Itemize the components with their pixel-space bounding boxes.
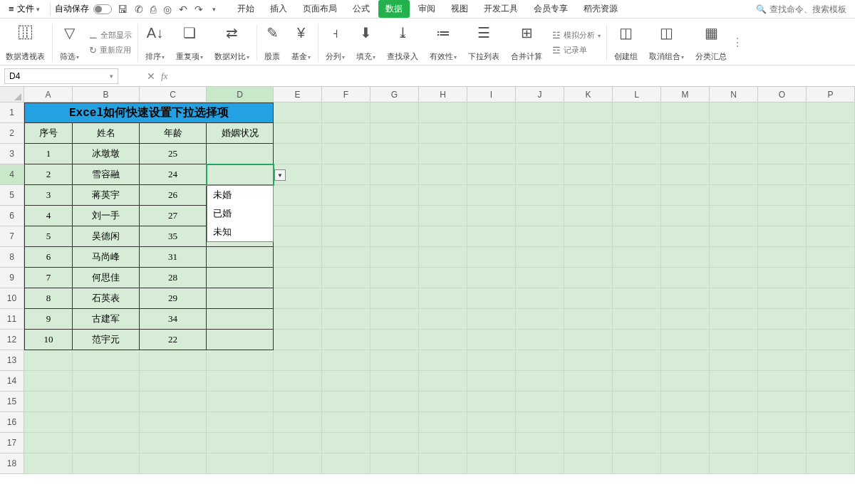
cell-N16[interactable]: [710, 412, 758, 433]
cell-D18[interactable]: [207, 453, 274, 474]
cell-P4[interactable]: [807, 164, 855, 185]
cell-H17[interactable]: [419, 433, 467, 453]
cell-I18[interactable]: [467, 453, 516, 474]
cell-G1[interactable]: [370, 103, 419, 123]
cell-L8[interactable]: [613, 247, 661, 268]
cell-G5[interactable]: [370, 185, 419, 206]
col-header-N[interactable]: N: [710, 87, 758, 102]
cell-C11[interactable]: 34: [140, 309, 207, 330]
cell-O11[interactable]: [758, 309, 807, 330]
cell-E13[interactable]: [274, 350, 322, 371]
cell-E8[interactable]: [274, 247, 322, 268]
cell-P18[interactable]: [807, 453, 855, 474]
file-menu[interactable]: ≡ 文件 ▾: [3, 3, 46, 15]
col-header-L[interactable]: L: [613, 87, 661, 102]
cell-B14[interactable]: [73, 371, 140, 392]
cell-L15[interactable]: [613, 392, 661, 412]
cell-M7[interactable]: [661, 226, 710, 247]
cell-K10[interactable]: [564, 288, 613, 309]
cell-M6[interactable]: [661, 206, 710, 226]
tab-开发工具[interactable]: 开发工具: [477, 0, 525, 18]
cell-G4[interactable]: [370, 164, 419, 185]
ribbon-基金[interactable]: ¥基金▾: [286, 21, 316, 63]
cell-B9[interactable]: 何思佳: [73, 268, 140, 288]
cell-P6[interactable]: [807, 206, 855, 226]
cell-A16[interactable]: [24, 412, 73, 433]
cell-C16[interactable]: [140, 412, 207, 433]
select-all-corner[interactable]: [0, 87, 24, 102]
cell-I6[interactable]: [467, 206, 516, 226]
cell-I10[interactable]: [467, 288, 516, 309]
cell-E11[interactable]: [274, 309, 322, 330]
ribbon-分类汇总[interactable]: ▦分类汇总: [690, 21, 732, 63]
col-header-F[interactable]: F: [322, 87, 370, 102]
cell-N17[interactable]: [710, 433, 758, 453]
cell-A6[interactable]: 4: [24, 206, 73, 226]
tab-开始[interactable]: 开始: [230, 0, 261, 18]
cell-O13[interactable]: [758, 350, 807, 371]
cell-H9[interactable]: [419, 268, 467, 288]
search-input[interactable]: [770, 4, 848, 14]
cell-J5[interactable]: [516, 185, 564, 206]
cell-E1[interactable]: [274, 103, 322, 123]
ribbon-下拉列表[interactable]: ☰下拉列表: [462, 21, 505, 63]
cell-B13[interactable]: [73, 350, 140, 371]
validation-dropdown[interactable]: 未婚已婚未知: [207, 185, 274, 242]
cell-N5[interactable]: [710, 185, 758, 206]
cell-M17[interactable]: [661, 433, 710, 453]
cell-F2[interactable]: [322, 123, 370, 144]
tab-插入[interactable]: 插入: [263, 0, 294, 18]
cell-D13[interactable]: [207, 350, 274, 371]
cell-P5[interactable]: [807, 185, 855, 206]
cell-P13[interactable]: [807, 350, 855, 371]
cell-H18[interactable]: [419, 453, 467, 474]
cell-A7[interactable]: 5: [24, 226, 73, 247]
cell-O7[interactable]: [758, 226, 807, 247]
cell-O4[interactable]: [758, 164, 807, 185]
ribbon-创建组[interactable]: ◫创建组: [608, 21, 643, 63]
dropdown-arrow-button[interactable]: ▼: [274, 169, 286, 181]
ribbon-记录单[interactable]: ☲记录单: [552, 45, 601, 56]
ribbon-重复项[interactable]: ❏重复项▾: [170, 21, 209, 63]
cell-J17[interactable]: [516, 433, 564, 453]
ribbon-overflow[interactable]: ⋮: [732, 21, 742, 63]
cell-N10[interactable]: [710, 288, 758, 309]
cell-F16[interactable]: [322, 412, 370, 433]
cell-A4[interactable]: 2: [24, 164, 73, 185]
cell-I2[interactable]: [467, 123, 516, 144]
tab-页面布局[interactable]: 页面布局: [296, 0, 344, 18]
col-header-I[interactable]: I: [467, 87, 516, 102]
cell-P15[interactable]: [807, 392, 855, 412]
cell-E16[interactable]: [274, 412, 322, 433]
cell-C17[interactable]: [140, 433, 207, 453]
cell-N14[interactable]: [710, 371, 758, 392]
cell-K11[interactable]: [564, 309, 613, 330]
row-header-11[interactable]: 11: [0, 309, 24, 330]
cell-H15[interactable]: [419, 392, 467, 412]
cell-M14[interactable]: [661, 371, 710, 392]
cell-F9[interactable]: [322, 268, 370, 288]
cell-O10[interactable]: [758, 288, 807, 309]
cell-N8[interactable]: [710, 247, 758, 268]
cell-L11[interactable]: [613, 309, 661, 330]
cell-B7[interactable]: 吴德闲: [73, 226, 140, 247]
col-header-J[interactable]: J: [516, 87, 564, 102]
cell-K8[interactable]: [564, 247, 613, 268]
cell-E17[interactable]: [274, 433, 322, 453]
cell-L2[interactable]: [613, 123, 661, 144]
dropdown-option-未婚[interactable]: 未婚: [207, 186, 273, 204]
cell-O15[interactable]: [758, 392, 807, 412]
cell-I15[interactable]: [467, 392, 516, 412]
col-header-K[interactable]: K: [564, 87, 613, 102]
row-header-5[interactable]: 5: [0, 185, 24, 206]
cell-A5[interactable]: 3: [24, 185, 73, 206]
cell-B16[interactable]: [73, 412, 140, 433]
row-header-18[interactable]: 18: [0, 453, 24, 474]
cell-P10[interactable]: [807, 288, 855, 309]
cell-C15[interactable]: [140, 392, 207, 412]
row-header-6[interactable]: 6: [0, 206, 24, 226]
cell-G11[interactable]: [370, 309, 419, 330]
cell-C4[interactable]: 24: [140, 164, 207, 185]
cell-N4[interactable]: [710, 164, 758, 185]
cell-P8[interactable]: [807, 247, 855, 268]
